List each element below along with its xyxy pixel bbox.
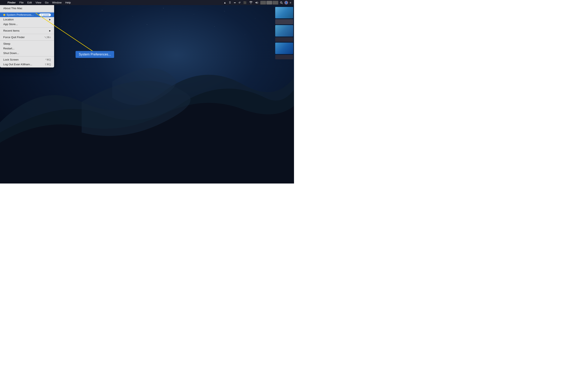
desktop: Finder File Edit View Go Window Help ▲: [0, 0, 294, 184]
volume-icon[interactable]: [254, 0, 260, 5]
svg-point-17: [245, 34, 245, 35]
menubar-help[interactable]: Help: [63, 0, 73, 5]
thumbnail-5[interactable]: [275, 43, 293, 54]
menu-item-force-quit[interactable]: Force Quit Finder ⌥⌘⎋: [0, 35, 54, 40]
log-out-shortcut: ⇧⌘Q: [44, 63, 51, 66]
svg-line-20: [282, 3, 283, 4]
airplay-icon[interactable]: ⬛: [242, 0, 248, 5]
user-avatar-icon[interactable]: 👤: [285, 1, 288, 4]
menu-item-recent-items[interactable]: Recent Items ▶: [0, 28, 54, 33]
thumbnail-1[interactable]: [275, 7, 293, 18]
menu-item-lock-screen[interactable]: Lock Screen ^⌘Q: [0, 57, 54, 62]
lock-screen-shortcut: ^⌘Q: [45, 58, 51, 61]
separator-4: [0, 40, 54, 41]
menu-item-system-prefs[interactable]: System Preferences... 1 update: [0, 12, 54, 17]
svg-point-7: [194, 14, 194, 15]
submenu-arrow-icon: ▶: [49, 18, 51, 21]
screen2-icon: [267, 1, 272, 4]
screen3-icon: [273, 1, 278, 4]
wifi-bars-icon[interactable]: ⠿: [228, 0, 232, 5]
force-quit-shortcut: ⌥⌘⎋: [44, 36, 51, 39]
svg-point-8: [224, 11, 225, 11]
menubar-edit[interactable]: Edit: [26, 0, 34, 5]
menu-item-location[interactable]: Location ▶: [0, 17, 54, 22]
apple-menu-dropdown: About This Mac System Preferences... 1 u…: [0, 5, 54, 67]
menu-item-app-store[interactable]: App Store...: [0, 22, 54, 26]
time-machine-icon[interactable]: ↺: [237, 0, 242, 5]
search-icon[interactable]: [279, 0, 284, 5]
dark-screen-icon: [260, 1, 266, 4]
thumbnail-4: [275, 37, 293, 42]
thumbnail-3[interactable]: [275, 25, 293, 36]
menubar: Finder File Edit View Go Window Help ▲: [0, 0, 294, 5]
svg-point-16: [214, 26, 214, 26]
menu-item-restart[interactable]: Restart...: [0, 46, 54, 51]
menubar-go[interactable]: Go: [43, 0, 50, 5]
menubar-view[interactable]: View: [34, 0, 43, 5]
menubar-window[interactable]: Window: [50, 0, 63, 5]
svg-point-3: [71, 20, 71, 20]
thumbnail-6: [275, 55, 293, 59]
svg-point-4: [102, 10, 102, 10]
wifi-icon[interactable]: [248, 0, 254, 5]
right-thumbnails: [274, 6, 294, 60]
separator-5: [0, 56, 54, 57]
menubar-file[interactable]: File: [17, 0, 26, 5]
separator-1: [0, 11, 54, 12]
menubar-finder[interactable]: Finder: [6, 0, 17, 5]
annotation-box-system-prefs: System Preferences...: [76, 51, 114, 58]
svg-point-6: [163, 8, 164, 8]
menubar-left: Finder File Edit View Go Window Help: [2, 0, 72, 5]
menu-item-sleep[interactable]: Sleep: [0, 42, 54, 46]
notification-list-icon[interactable]: ≡: [288, 0, 292, 5]
menubar-right: ▲ ⠿ ••• ↺ ⬛: [223, 0, 292, 5]
update-badge: 1 update: [39, 13, 51, 16]
menu-item-shut-down[interactable]: Shut Down...: [0, 51, 54, 55]
svg-point-15: [180, 31, 180, 31]
thumbnail-2: [275, 19, 293, 24]
dots-icon[interactable]: •••: [233, 0, 237, 5]
menu-item-about[interactable]: About This Mac: [0, 6, 54, 11]
svg-point-5: [132, 16, 133, 16]
svg-point-12: [61, 26, 61, 26]
update-dot: [3, 14, 5, 16]
submenu-arrow-recent-icon: ▶: [49, 30, 51, 32]
menu-item-log-out[interactable]: Log Out Evan Killham... ⇧⌘Q: [0, 62, 54, 67]
svg-point-19: [280, 2, 282, 3]
separator-3: [0, 34, 54, 34]
dropbox-icon[interactable]: ▲: [223, 0, 227, 5]
svg-point-14: [147, 24, 147, 25]
apple-menu-button[interactable]: [2, 0, 6, 5]
